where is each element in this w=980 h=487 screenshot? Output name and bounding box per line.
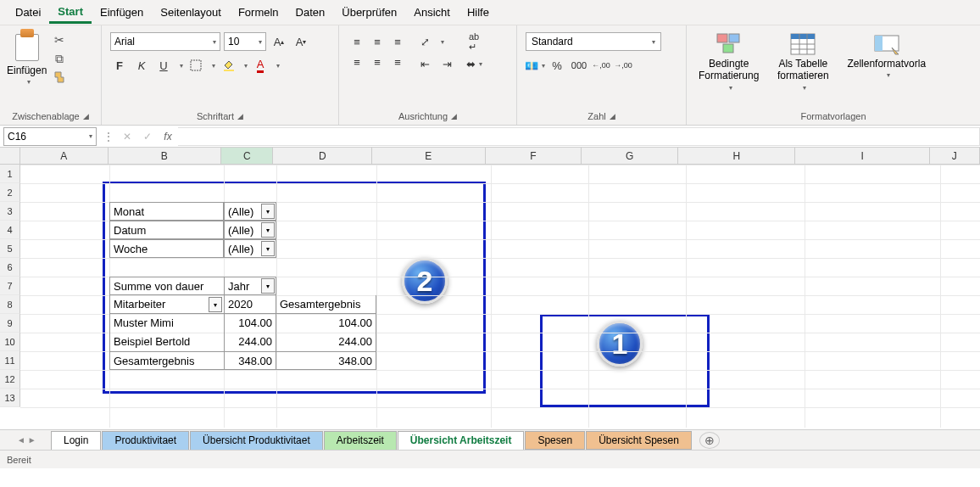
row-header-8[interactable]: 8: [0, 295, 20, 314]
pivot-row-name[interactable]: Beispiel Bertold: [109, 333, 224, 351]
sheet-tab-übersicht-produktivitaet[interactable]: Übersicht Produktivitaet: [190, 431, 323, 450]
menu-seitenlayout[interactable]: Seitenlayout: [152, 3, 230, 22]
sheet-tab-arbeitszeit[interactable]: Arbeitszeit: [324, 431, 397, 450]
increase-decimal-button[interactable]: ←,00: [592, 56, 610, 75]
font-dialog-launcher[interactable]: ◢: [237, 112, 243, 120]
orientation-button[interactable]: ⤢: [415, 32, 434, 51]
row-header-2[interactable]: 2: [0, 183, 20, 202]
pivot-filter-dropdown[interactable]: ▾: [261, 204, 275, 219]
pivot-filter-dropdown[interactable]: ▾: [261, 222, 275, 238]
col-header-E[interactable]: E: [372, 148, 486, 164]
cut-button[interactable]: ✂: [52, 32, 67, 48]
row-header-9[interactable]: 9: [0, 314, 20, 333]
percent-button[interactable]: %: [548, 56, 566, 75]
sheet-tab-produktivitaet[interactable]: Produktivitaet: [102, 431, 189, 450]
underline-button[interactable]: U: [154, 56, 173, 75]
row-header-11[interactable]: 11: [0, 351, 20, 370]
sheet-tab-übersicht-spesen[interactable]: Übersicht Spesen: [586, 431, 692, 450]
format-as-table-button[interactable]: Als Tabelle formatieren ▾: [769, 29, 837, 95]
pivot-grand-value[interactable]: 348.00: [224, 351, 276, 370]
pivot-values-label[interactable]: Summe von dauer: [109, 277, 224, 295]
col-header-H[interactable]: H: [678, 148, 795, 164]
formula-input[interactable]: [178, 127, 980, 146]
menu-formeln[interactable]: Formeln: [230, 3, 287, 22]
menu-datei[interactable]: Datei: [7, 3, 49, 22]
clipboard-dialog-launcher[interactable]: ◢: [83, 112, 89, 120]
col-header-I[interactable]: I: [795, 148, 929, 164]
align-middle-button[interactable]: ≡: [368, 32, 387, 51]
sheet-tab-login[interactable]: Login: [51, 431, 101, 450]
spreadsheet-grid[interactable]: ABCDEFGHIJ 12345678910111213 2 1 Monat(A…: [0, 148, 980, 429]
format-painter-button[interactable]: [52, 70, 67, 85]
italic-button[interactable]: K: [132, 56, 151, 75]
pivot-grand-row-label[interactable]: Gesamtergebnis: [109, 351, 224, 370]
fill-color-button[interactable]: [219, 56, 237, 75]
align-center-button[interactable]: ≡: [368, 53, 387, 71]
pivot-value[interactable]: 104.00: [224, 314, 276, 333]
row-header-7[interactable]: 7: [0, 277, 20, 295]
pivot-filter-label[interactable]: Monat: [109, 202, 224, 221]
fx-button[interactable]: fx: [158, 131, 178, 143]
menu-ansicht[interactable]: Ansicht: [405, 3, 459, 22]
menu-daten[interactable]: Daten: [287, 3, 334, 22]
pivot-grand-total[interactable]: 348.00: [276, 351, 376, 370]
align-right-button[interactable]: ≡: [388, 53, 407, 71]
row-header-3[interactable]: 3: [0, 202, 20, 221]
col-header-D[interactable]: D: [273, 148, 372, 164]
name-box[interactable]: C16 ▾: [3, 127, 97, 146]
align-bottom-button[interactable]: ≡: [388, 32, 407, 51]
col-header-F[interactable]: F: [486, 148, 582, 164]
select-all-corner[interactable]: [0, 148, 20, 164]
borders-button[interactable]: [187, 56, 205, 75]
accounting-format-button[interactable]: 💶▾: [526, 56, 544, 75]
decrease-font-button[interactable]: A▾: [292, 32, 310, 51]
sheet-tab-spesen[interactable]: Spesen: [525, 431, 585, 450]
col-header-B[interactable]: B: [109, 148, 222, 164]
col-header-A[interactable]: A: [20, 148, 109, 164]
pivot-col-dropdown[interactable]: ▾: [261, 278, 275, 294]
row-header-1[interactable]: 1: [0, 165, 20, 183]
row-header-10[interactable]: 10: [0, 333, 20, 351]
menu-einfuegen[interactable]: Einfügen: [92, 3, 152, 22]
align-top-button[interactable]: ≡: [348, 32, 366, 51]
bold-button[interactable]: F: [110, 56, 129, 75]
row-header-12[interactable]: 12: [0, 370, 20, 389]
merge-button[interactable]: ⬌▾: [465, 54, 483, 73]
number-format-combo[interactable]: Standard ▾: [526, 32, 661, 51]
col-header-C[interactable]: C: [221, 148, 273, 164]
pivot-row-total[interactable]: 244.00: [276, 333, 376, 351]
increase-indent-button[interactable]: ⇥: [437, 54, 456, 73]
cell-styles-button[interactable]: Zellenformatvorla ▾: [842, 29, 931, 82]
row-header-4[interactable]: 4: [0, 221, 20, 239]
pivot-filter-dropdown[interactable]: ▾: [261, 241, 275, 256]
menu-hilfe[interactable]: Hilfe: [459, 3, 498, 22]
col-header-G[interactable]: G: [582, 148, 678, 164]
number-dialog-launcher[interactable]: ◢: [610, 112, 615, 120]
paste-button[interactable]: Einfügen ▾: [7, 29, 47, 86]
add-sheet-button[interactable]: ⊕: [699, 432, 720, 449]
decrease-indent-button[interactable]: ⇤: [415, 54, 434, 73]
copy-button[interactable]: ⧉: [52, 51, 67, 66]
accept-formula-button[interactable]: ✓: [137, 131, 158, 143]
pivot-filter-label[interactable]: Woche: [109, 239, 224, 258]
menu-ueberpruefen[interactable]: Überprüfen: [333, 3, 405, 22]
row-header-6[interactable]: 6: [0, 258, 20, 277]
cancel-formula-button[interactable]: ✕: [117, 131, 137, 143]
thousands-button[interactable]: 000: [570, 56, 588, 75]
pivot-col-header[interactable]: 2020: [224, 295, 276, 314]
wrap-text-button[interactable]: ab↵: [465, 32, 483, 51]
pivot-row-total[interactable]: 104.00: [276, 314, 376, 333]
pivot-grand-col-header[interactable]: Gesamtergebnis: [276, 295, 376, 314]
row-header-13[interactable]: 13: [0, 389, 20, 407]
pivot-row-field[interactable]: Mitarbeiter: [109, 295, 224, 314]
col-header-J[interactable]: J: [930, 148, 980, 164]
increase-font-button[interactable]: A▴: [270, 32, 288, 51]
font-name-combo[interactable]: Arial ▾: [110, 32, 220, 51]
pivot-filter-label[interactable]: Datum: [109, 221, 224, 239]
row-header-5[interactable]: 5: [0, 239, 20, 258]
conditional-formatting-button[interactable]: Bedingte Formatierung ▾: [693, 29, 764, 95]
tab-nav-buttons[interactable]: ◄ ►: [17, 435, 51, 445]
alignment-dialog-launcher[interactable]: ◢: [451, 112, 457, 120]
sheet-tab-übersicht-arbeitszeit[interactable]: Übersicht Arbeitszeit: [398, 431, 525, 450]
decrease-decimal-button[interactable]: →,00: [614, 56, 632, 75]
